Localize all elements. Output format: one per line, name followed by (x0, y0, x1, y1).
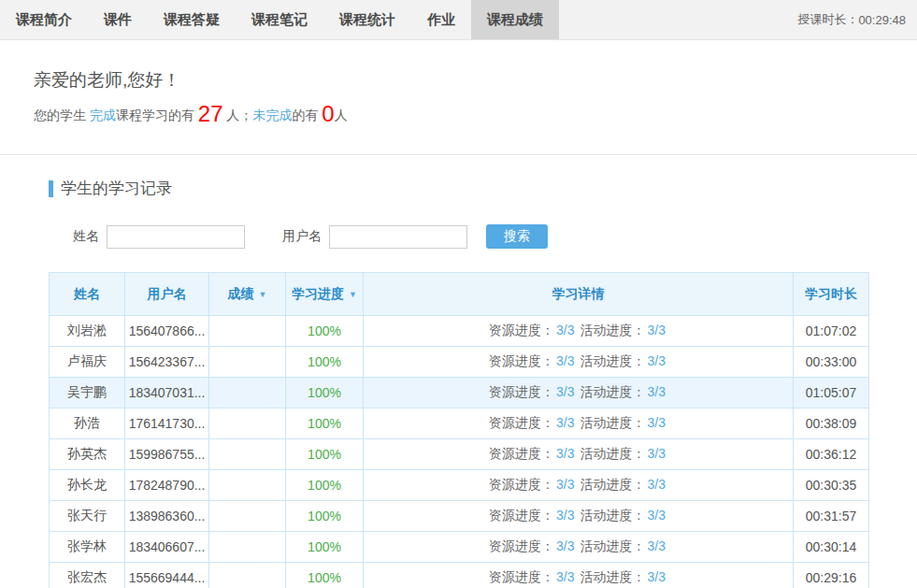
records-table-body: 刘岩淞156407866...100%资源进度：3/3活动进度：3/301:07… (50, 316, 869, 588)
table-row[interactable]: 孙长龙178248790...100%资源进度：3/3活动进度：3/300:30… (50, 470, 869, 501)
activity-progress-value[interactable]: 3/3 (648, 353, 666, 368)
study-duration: 00:33:00 (794, 347, 869, 378)
stats-completed-mid: 课程学习的有 (116, 108, 198, 122)
resource-progress-value[interactable]: 3/3 (556, 384, 574, 399)
student-score (209, 378, 286, 409)
username-input[interactable] (329, 225, 467, 249)
nav-tab-5[interactable]: 课程统计 (323, 0, 411, 39)
student-name: 张宏杰 (50, 563, 125, 588)
table-row[interactable]: 卢福庆156423367...100%资源进度：3/3活动进度：3/300:33… (50, 347, 869, 378)
student-username: 178248790... (125, 470, 209, 501)
student-progress: 100% (286, 563, 364, 588)
activity-progress-value[interactable]: 3/3 (648, 538, 666, 553)
nav-tab-3[interactable]: 课程答疑 (148, 0, 236, 39)
student-name: 张天行 (50, 501, 125, 532)
student-progress: 100% (286, 347, 364, 378)
activity-progress-label: 活动进度： (580, 353, 646, 368)
table-row[interactable]: 张学林183406607...100%资源进度：3/3活动进度：3/300:30… (50, 532, 869, 563)
header-score[interactable]: 成绩▼ (209, 273, 286, 316)
student-score (209, 409, 286, 439)
student-name: 孙浩 (50, 409, 125, 439)
activity-progress-value[interactable]: 3/3 (648, 323, 666, 337)
resource-progress-value[interactable]: 3/3 (556, 415, 574, 430)
student-detail: 资源进度：3/3活动进度：3/3 (364, 532, 794, 563)
resource-progress-value[interactable]: 3/3 (556, 446, 574, 461)
resource-progress-label: 资源进度： (489, 353, 554, 368)
table-row[interactable]: 张天行138986360...100%资源进度：3/3活动进度：3/300:31… (50, 501, 869, 532)
student-name: 张学林 (50, 532, 125, 563)
username-label: 用户名 (282, 228, 322, 245)
nav-tab-6[interactable]: 作业 (411, 0, 471, 39)
uncompleted-link[interactable]: 未完成 (252, 108, 292, 122)
student-name: 刘岩淞 (50, 316, 125, 347)
header-username: 用户名 (125, 273, 209, 316)
resource-progress-value[interactable]: 3/3 (556, 569, 574, 584)
resource-progress-value[interactable]: 3/3 (556, 538, 574, 553)
uncompleted-count: 0 (322, 101, 334, 126)
activity-progress-label: 活动进度： (580, 415, 646, 430)
nav-tab-7[interactable]: 课程成绩 (471, 0, 559, 39)
student-score (209, 501, 286, 532)
resource-progress-label: 资源进度： (489, 569, 554, 584)
records-section: 学生的学习记录 姓名 用户名 搜索 姓名 用户名 成绩▼ 学习进度▼ 学习详情 … (0, 155, 917, 588)
table-header-row: 姓名 用户名 成绩▼ 学习进度▼ 学习详情 学习时长 (50, 273, 869, 316)
resource-progress-value[interactable]: 3/3 (556, 508, 574, 523)
header-progress[interactable]: 学习进度▼ (286, 273, 364, 316)
search-button[interactable]: 搜索 (486, 224, 548, 249)
resource-progress-label: 资源进度： (489, 323, 554, 337)
student-detail: 资源进度：3/3活动进度：3/3 (364, 378, 794, 409)
score-sort-icon[interactable]: ▼ (259, 290, 267, 299)
table-row[interactable]: 张宏杰155669444...100%资源进度：3/3活动进度：3/300:29… (50, 563, 869, 588)
student-username: 138986360... (125, 501, 209, 532)
student-detail: 资源进度：3/3活动进度：3/3 (364, 470, 794, 501)
table-row[interactable]: 刘岩淞156407866...100%资源进度：3/3活动进度：3/301:07… (50, 316, 869, 347)
greeting-section: 亲爱的老师,您好！ 您的学生 完成课程学习的有 27 人；未完成的有 0人 (0, 40, 917, 154)
nav-tab-4[interactable]: 课程笔记 (236, 0, 323, 39)
greeting-stats: 您的学生 完成课程学习的有 27 人；未完成的有 0人 (34, 108, 917, 154)
activity-progress-value[interactable]: 3/3 (648, 446, 666, 461)
resource-progress-label: 资源进度： (489, 538, 554, 553)
student-username: 159986755... (125, 439, 209, 470)
section-title: 学生的学习记录 (61, 178, 172, 199)
progress-sort-icon[interactable]: ▼ (349, 290, 357, 299)
student-name: 孙长龙 (50, 470, 125, 501)
activity-progress-label: 活动进度： (580, 446, 646, 461)
table-row[interactable]: 孙英杰159986755...100%资源进度：3/3活动进度：3/300:36… (50, 439, 869, 470)
study-duration: 00:30:14 (794, 532, 869, 563)
name-input[interactable] (107, 225, 245, 249)
activity-progress-value[interactable]: 3/3 (648, 569, 666, 584)
student-progress: 100% (286, 409, 364, 439)
activity-progress-label: 活动进度： (580, 538, 646, 553)
student-detail: 资源进度：3/3活动进度：3/3 (364, 501, 794, 532)
resource-progress-value[interactable]: 3/3 (556, 323, 574, 337)
student-detail: 资源进度：3/3活动进度：3/3 (364, 563, 794, 588)
student-detail: 资源进度：3/3活动进度：3/3 (364, 439, 794, 470)
student-progress: 100% (286, 532, 364, 563)
student-username: 176141730... (125, 409, 209, 439)
activity-progress-value[interactable]: 3/3 (648, 508, 666, 523)
resource-progress-label: 资源进度： (489, 477, 554, 492)
activity-progress-value[interactable]: 3/3 (648, 415, 666, 430)
stats-uncompleted-mid: 的有 (292, 108, 322, 122)
student-progress: 100% (286, 501, 364, 532)
activity-progress-value[interactable]: 3/3 (648, 477, 666, 492)
student-detail: 资源进度：3/3活动进度：3/3 (364, 347, 794, 378)
nav-tab-1[interactable]: 课程简介 (0, 0, 88, 39)
table-row[interactable]: 孙浩176141730...100%资源进度：3/3活动进度：3/300:38:… (50, 409, 869, 439)
student-score (209, 347, 286, 378)
resource-progress-label: 资源进度： (489, 508, 554, 523)
nav-tabs: 课程简介课件课程答疑课程笔记课程统计作业课程成绩 (0, 0, 559, 39)
resource-progress-value[interactable]: 3/3 (556, 353, 574, 368)
nav-tab-2[interactable]: 课件 (88, 0, 148, 39)
completed-link[interactable]: 完成 (90, 108, 116, 122)
student-name: 卢福庆 (50, 347, 125, 378)
stats-uncompleted-suffix: 人 (335, 108, 348, 122)
activity-progress-value[interactable]: 3/3 (648, 384, 666, 399)
student-username: 156407866... (125, 316, 209, 347)
table-row[interactable]: 吴宇鹏183407031...100%资源进度：3/3活动进度：3/301:05… (50, 378, 869, 409)
resource-progress-value[interactable]: 3/3 (556, 477, 574, 492)
student-username: 183407031... (125, 378, 209, 409)
student-progress: 100% (286, 470, 364, 501)
student-score (209, 439, 286, 470)
resource-progress-label: 资源进度： (489, 415, 554, 430)
